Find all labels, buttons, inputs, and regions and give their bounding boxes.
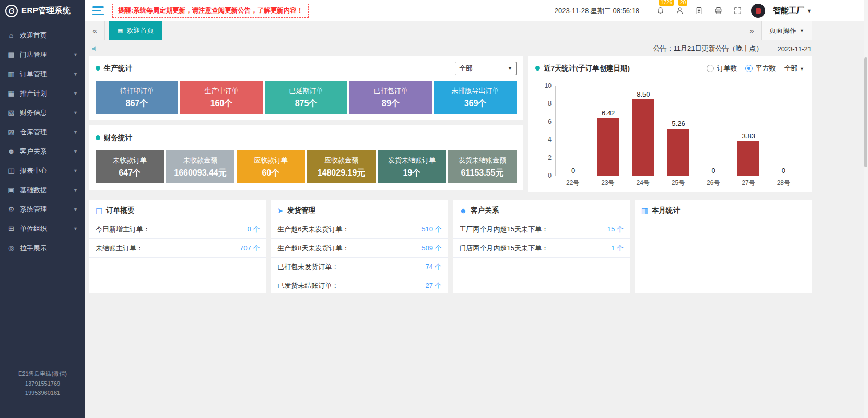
data-icon: ▣ <box>7 186 15 194</box>
chart-radios: 订单数平方数 <box>707 64 776 73</box>
info-row-label: 工厂两个月内超15天未下单： <box>460 225 548 234</box>
printer-icon[interactable] <box>712 5 724 17</box>
stat-card-label: 未收款订单 <box>113 156 147 165</box>
teal-dot-icon <box>96 135 100 140</box>
info-row-value[interactable]: 27 个 <box>425 281 441 291</box>
hamburger-menu-icon[interactable] <box>92 6 104 15</box>
stat-card[interactable]: 已延期订单875个 <box>265 81 347 114</box>
tab-home-icon: ▦ <box>118 27 123 34</box>
finance-panel-header: 财务统计 <box>96 131 517 145</box>
sidebar-item-6[interactable]: ☻客户关系▼ <box>0 142 85 161</box>
sidebar-item-7[interactable]: ◫报表中心▼ <box>0 161 85 180</box>
page-actions-dropdown[interactable]: 页面操作 ▼ <box>761 21 812 40</box>
chevron-down-icon: ▼ <box>73 149 78 154</box>
footer-line-1: E21售后电话(微信) <box>0 369 85 379</box>
info-row-label: 未结账主订单： <box>96 243 143 253</box>
customer-icon: ☻ <box>7 147 15 155</box>
announcement-date: 2023-11-21 <box>777 45 812 53</box>
info-row-value[interactable]: 74 个 <box>425 262 441 272</box>
sidebar-item-2[interactable]: ▥订单管理▼ <box>0 64 85 84</box>
info-panel-header: ▤订单概要 <box>89 200 266 220</box>
document-icon[interactable] <box>693 5 705 17</box>
info-row-value[interactable]: 15 个 <box>607 225 624 234</box>
tab-welcome-home[interactable]: ▦ 欢迎首页 <box>109 21 162 40</box>
fullscreen-icon[interactable] <box>732 5 743 17</box>
bar-slot: 0 <box>556 86 591 176</box>
sidebar-item-5[interactable]: ▨仓库管理▼ <box>0 122 85 142</box>
info-row-value[interactable]: 707 个 <box>240 243 260 253</box>
chart-radio-1[interactable]: 平方数 <box>745 64 776 73</box>
order-summary-icon: ▤ <box>96 206 102 215</box>
info-row: 生产超8天未发货订单：509 个 <box>271 239 448 258</box>
info-row-value[interactable]: 510 个 <box>421 225 441 234</box>
stat-card-label: 生产中订单 <box>205 86 239 96</box>
sidebar-item-label: 仓库管理 <box>20 127 47 137</box>
announcement-link[interactable]: 公告：11月21日更新公告（晚十点） <box>653 44 763 53</box>
chart-filter-select[interactable]: 全部 ▼ <box>784 64 804 73</box>
bar-value-label: 3.83 <box>742 132 755 140</box>
speaker-icon[interactable] <box>89 43 101 54</box>
sidebar-item-label: 欢迎首页 <box>20 31 47 40</box>
info-row-label: 生产超8天未发货订单： <box>277 243 349 253</box>
user-message-icon[interactable]: 20 <box>674 5 685 17</box>
radio-selected-icon[interactable] <box>745 65 753 72</box>
org-icon: ⊞ <box>7 225 15 233</box>
stat-card[interactable]: 已打包订单89个 <box>349 81 432 114</box>
stat-card[interactable]: 发货未结账金额61153.55元 <box>448 150 517 183</box>
bar[interactable] <box>597 118 619 176</box>
sidebar-item-1[interactable]: ▤门店管理▼ <box>0 45 85 64</box>
info-panel-header: ➤发货管理 <box>271 200 448 220</box>
sidebar-item-0[interactable]: ⌂欢迎首页 <box>0 26 85 45</box>
system-notice: 提醒:系统每周定期更新，请注意查阅更新公告，了解更新内容！ <box>112 4 309 18</box>
radio-unselected-icon[interactable] <box>707 65 714 72</box>
sidebar-item-label: 基础数据 <box>20 185 47 195</box>
sidebar-item-label: 门店管理 <box>20 50 47 60</box>
chart-radio-0[interactable]: 订单数 <box>707 64 737 73</box>
stat-card[interactable]: 未排版导出订单369个 <box>434 81 517 114</box>
stat-card[interactable]: 生产中订单160个 <box>180 81 263 114</box>
stat-card[interactable]: 未收款金额1660093.44元 <box>166 150 234 183</box>
bar-slot: 8.50 <box>626 86 661 176</box>
tabs-scroll-left-button[interactable]: « <box>85 21 105 40</box>
stat-card-label: 应收款金额 <box>324 156 358 165</box>
panel-order-summary: ▤订单概要今日新增主订单：0 个未结账主订单：707 个 <box>89 200 266 293</box>
stat-card[interactable]: 待打印订单867个 <box>96 81 178 114</box>
shipping-icon: ➤ <box>277 206 284 215</box>
bell-icon[interactable]: 1726 <box>654 5 666 17</box>
footer-line-3: 19953960161 <box>0 388 85 398</box>
sidebar-item-11[interactable]: ◎拉手展示 <box>0 238 85 258</box>
scrollbar-thumb[interactable] <box>864 57 867 167</box>
stat-card[interactable]: 发货未结账订单19个 <box>378 150 446 183</box>
info-row-value[interactable]: 1 个 <box>611 243 624 253</box>
user-menu[interactable]: 智能工厂 ▼ <box>773 6 812 16</box>
production-filter-select[interactable]: 全部 ▼ <box>455 62 517 75</box>
message-badge: 20 <box>678 0 687 6</box>
sidebar-item-label: 单位组织 <box>20 224 47 234</box>
sidebar-item-3[interactable]: ▦排产计划▼ <box>0 84 85 103</box>
bar[interactable] <box>632 99 654 176</box>
bar[interactable] <box>737 141 759 176</box>
user-avatar[interactable] <box>751 4 765 18</box>
stat-card[interactable]: 应收款订单60个 <box>237 150 305 183</box>
bar-slot: 0 <box>766 86 801 176</box>
sidebar-item-10[interactable]: ⊞单位组织▼ <box>0 219 85 238</box>
info-row-value[interactable]: 0 个 <box>247 225 260 234</box>
scrollbar <box>864 0 868 418</box>
stat-card[interactable]: 应收款金额148029.19元 <box>307 150 376 183</box>
stat-card-label: 应收款订单 <box>254 156 288 165</box>
info-panel-title: 客户关系 <box>471 206 499 215</box>
sidebar-item-label: 拉手展示 <box>20 243 47 253</box>
x-axis-label: 26号 <box>696 179 731 188</box>
sidebar-item-9[interactable]: ⚙系统管理▼ <box>0 200 85 219</box>
bar-value-label: 0 <box>712 167 715 175</box>
sidebar-item-label: 客户关系 <box>20 147 47 156</box>
sidebar-item-4[interactable]: ▧财务信息▼ <box>0 103 85 122</box>
panel-month-stats: ▦本月统计 <box>635 200 812 293</box>
info-row-value[interactable]: 509 个 <box>421 243 441 253</box>
bar[interactable] <box>667 129 689 176</box>
sidebar-item-8[interactable]: ▣基础数据▼ <box>0 180 85 200</box>
tabs-scroll-right-button[interactable]: » <box>742 21 761 40</box>
stat-card[interactable]: 未收款订单647个 <box>96 150 164 183</box>
main-area: 提醒:系统每周定期更新，请注意查阅更新公告，了解更新内容！ 2023-11-28… <box>85 0 868 418</box>
stat-card-label: 发货未结账订单 <box>388 156 436 165</box>
